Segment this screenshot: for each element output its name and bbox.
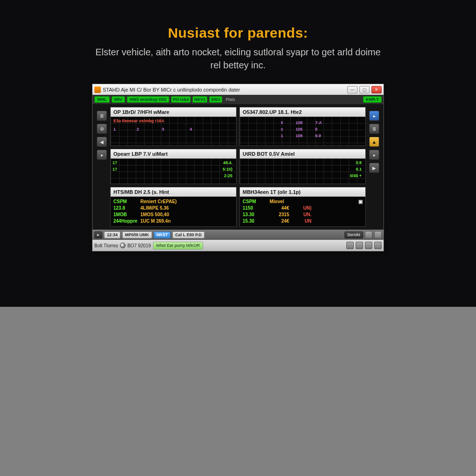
panel-1-tick: 2	[137, 127, 139, 132]
app-icon	[94, 86, 101, 93]
panel-4-val: 3:8	[356, 160, 362, 165]
p6-cell: UN.	[292, 212, 311, 217]
status-icon[interactable]	[365, 231, 372, 238]
panel-2-header: O5347.802.UP 18.1. Hte2	[240, 107, 365, 117]
toolbar-label: Plats	[226, 97, 235, 102]
status-bar: ▸ 12:34 MP0/0I UMK NKST Cal L E80 P.D Se…	[93, 230, 383, 240]
left-arrow-icon[interactable]: ◀	[97, 137, 107, 147]
panel-2: O5347.802.UP 18.1. Hte2 ¥ 108 7-A x 105 …	[239, 107, 366, 146]
right-arrow-icon[interactable]: ▶	[369, 163, 379, 173]
panel-2-val: x	[281, 127, 283, 132]
p5-cell: 1UC M 269.4n	[140, 218, 233, 224]
tray-icon[interactable]	[374, 242, 382, 249]
panel-3-val: 2:25	[224, 173, 232, 178]
page-subtext: Elster vehicle, aith arto nocket, eiclin…	[89, 46, 387, 72]
panel-3-header: Opearr LBP 7.V uiMart	[111, 149, 236, 159]
tag-icon[interactable]: ▸	[369, 150, 379, 160]
panel-3-left: 17	[112, 160, 117, 165]
status-icon[interactable]	[374, 231, 382, 238]
p6-cell: 2315	[270, 212, 289, 217]
p5-cell: 123.8	[113, 205, 138, 211]
panel-1-tick: 1	[113, 127, 116, 132]
tray-icon[interactable]	[346, 242, 354, 249]
panel-2-val: 1	[281, 133, 283, 138]
status-item[interactable]: ▸	[94, 231, 102, 238]
p6-cell: 44€	[270, 205, 289, 211]
p5-cell: 1MOS 500,40	[140, 212, 233, 217]
panel-4-val: 0/45 +	[350, 173, 362, 178]
toolbar-chip[interactable]: Whr	[112, 96, 126, 103]
right-tool-column: ▸ ≣ ▲ ▸ ▶	[368, 107, 381, 227]
tray-icon[interactable]	[356, 242, 363, 249]
status-item[interactable]: Serokt	[344, 231, 363, 238]
panel-6-header: MBH34een 1T (olir 1.1p)	[240, 187, 365, 197]
taskbar-rec: BO7 92019	[127, 243, 151, 248]
close-button[interactable]: ✕	[371, 86, 382, 93]
panel-2-val: 5	[315, 127, 317, 132]
record-icon[interactable]	[120, 243, 126, 248]
p6-cell: 13.30	[243, 212, 267, 217]
status-item[interactable]: Cal L E80 P.D	[172, 231, 205, 238]
panel-2-val: 108	[296, 120, 303, 125]
taskbar-active-app[interactable]: Whet Ear purny M/KOR	[153, 242, 204, 250]
tag-blue-icon[interactable]: ▸	[369, 111, 379, 121]
tag-icon[interactable]: ▸	[97, 150, 107, 160]
status-time: 12:34	[104, 231, 120, 238]
toolbar-chip[interactable]: SWJ	[209, 96, 222, 103]
work-area: ≣ ⚙ ◀ ▸ OP 1BrD/ 7/HFH wMare E3a tleeesa…	[93, 104, 383, 230]
panel-3-val: 48.4.	[223, 160, 232, 165]
taskbar: Bolt Tlorres BO7 92019 Whet Ear purny M/…	[93, 240, 383, 251]
panel-3-val: 5:10)	[223, 167, 232, 172]
minimize-button[interactable]: —	[347, 86, 357, 93]
bar-icon[interactable]: ≣	[97, 111, 107, 121]
p6-cell: 1150	[243, 205, 267, 211]
page-headline: Nusiast for parends:	[168, 25, 308, 41]
panel-3-left: 17	[112, 167, 117, 172]
panel-1-tick: 3	[162, 127, 164, 132]
status-item[interactable]: MP0/0I UMK	[122, 231, 152, 238]
panel-5: HTS/MB DH 2.5 (s. Hint CSPMReniert CrEPA…	[110, 187, 237, 227]
p6-cell: Miovel	[270, 199, 340, 204]
panel-1: OP 1BrD/ 7/HFH wMare E3a tleeesar osimbg…	[110, 107, 237, 146]
titlebar: STAHD Aje MI C/ Bor BY MICr c unltinplod…	[93, 84, 383, 95]
toolbar-chip[interactable]: WHL	[94, 96, 110, 103]
p6-cell: ▣	[343, 199, 363, 204]
p6-cell: 24€	[270, 218, 289, 224]
p5-cell: Reniert CrEPAE)	[140, 199, 233, 204]
p5-cell: CSPM	[113, 199, 138, 204]
panel-2-val: 9.9	[315, 133, 321, 138]
panel-2-val: 105	[296, 127, 303, 132]
panel-2-val: 108	[296, 133, 303, 138]
left-tool-column: ≣ ⚙ ◀ ▸	[95, 107, 108, 227]
maximize-button[interactable]: ▢	[359, 86, 370, 93]
toolbar-chip[interactable]: NKV1	[192, 96, 207, 103]
p6-cell: 15.30	[243, 218, 267, 224]
toolbar-chip[interactable]: PO-U&4	[171, 96, 191, 103]
panel-4: UtRD BOT 0.5V Amiel 3:8 0.1 0/45 +	[239, 149, 366, 184]
tray-icon[interactable]	[365, 242, 372, 249]
panel-2-val: ¥	[281, 120, 283, 125]
status-mode[interactable]: NKST	[154, 231, 171, 238]
window-title: STAHD Aje MI C/ Bor BY MICr c unltinplod…	[103, 87, 345, 93]
taskbar-label: Bolt Tlorres	[94, 243, 118, 248]
panel-6: MBH34een 1T (olir 1.1p) CSPMMiovel▣ 1150…	[239, 187, 366, 227]
panel-1-header: OP 1BrD/ 7/HFH wMare	[111, 107, 236, 117]
panel-4-header: UtRD BOT 0.5V Amiel	[240, 149, 365, 159]
gear-icon[interactable]: ⚙	[97, 124, 107, 134]
p5-cell: 244Hoppre	[113, 218, 138, 224]
p6-cell: UN)	[292, 205, 311, 211]
p5-cell: 1MOB	[113, 212, 138, 217]
list-icon[interactable]: ≣	[369, 124, 379, 134]
p5-cell: 4LIMiPE 5.36	[140, 205, 233, 211]
p6-cell: CSPM	[243, 199, 267, 204]
toolbar-chip[interactable]: HW2 wranlray O02	[127, 96, 169, 103]
panel-4-val: 0.1	[356, 167, 362, 172]
toolbar-chip-right[interactable]: KNR-T	[363, 96, 382, 103]
panel-5-header: HTS/MB DH 2.5 (s. Hint	[111, 187, 236, 197]
warn-icon[interactable]: ▲	[369, 137, 379, 147]
page-footer-area	[0, 307, 476, 476]
panel-1-tick: 4	[190, 127, 192, 132]
p6-cell: UN	[292, 218, 311, 224]
panel-3: Opearr LBP 7.V uiMart 17 17 48.4. 5:10) …	[110, 149, 237, 184]
panel-2-val: 7-A	[315, 120, 322, 125]
